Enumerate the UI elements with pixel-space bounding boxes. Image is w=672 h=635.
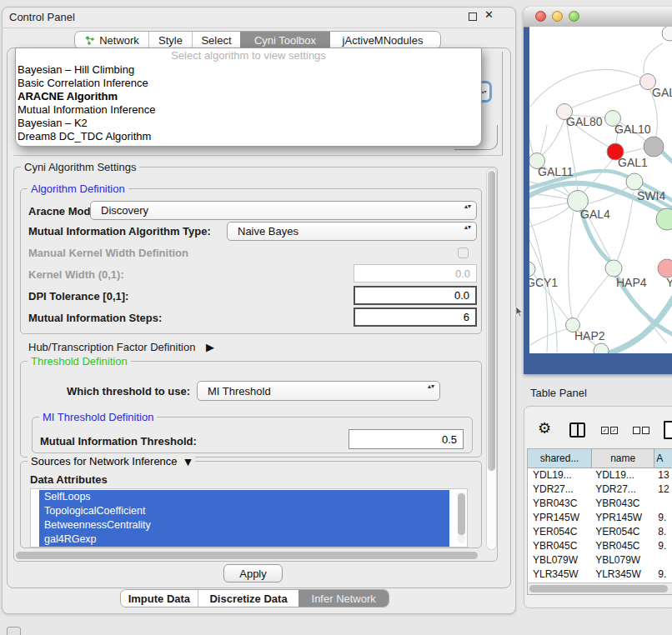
- combo-arrows-icon: ▴▾: [464, 202, 471, 210]
- node[interactable]: [626, 173, 643, 190]
- combo-arrows-icon: ▴▾: [428, 382, 434, 390]
- table-row[interactable]: YER054C YER054C 8.: [528, 525, 672, 539]
- node-label: GCY1: [529, 276, 558, 289]
- table-row[interactable]: YDL19... YDL19... 13: [528, 468, 672, 482]
- node[interactable]: [658, 259, 672, 278]
- dpi-tolerance-field[interactable]: 0.0: [354, 286, 477, 305]
- tab-select[interactable]: Select: [192, 32, 240, 48]
- table-hscrollbar-thumb[interactable]: [529, 585, 668, 592]
- bottom-tab-strip: Impute Data Discretize Data Infer Networ…: [120, 589, 389, 608]
- cyni-settings-group-title: Cyni Algorithm Settings: [21, 161, 139, 173]
- algorithm-definition-title: Algorithm Definition: [28, 182, 128, 195]
- list-item[interactable]: BetweennessCentrality: [39, 518, 449, 532]
- list-item[interactable]: SelfLoops: [39, 490, 449, 504]
- network-window-titlebar[interactable]: [524, 7, 672, 28]
- apply-button[interactable]: Apply: [223, 564, 283, 582]
- combo-arrows-icon: ▴▾: [464, 223, 471, 231]
- which-threshold-label: Which threshold to use:: [67, 385, 190, 398]
- mouse-cursor: [515, 307, 524, 318]
- network-window[interactable]: GAL GAL80 GAL10 GAL1 GAL11 SWI4 GAL4 GCY…: [524, 7, 672, 374]
- tab-cyni-toolbox[interactable]: Cyni Toolbox: [240, 32, 330, 48]
- table-body[interactable]: YDL19... YDL19... 13 YDR27... YDR27... 1…: [528, 468, 672, 584]
- unchecked-columns-icon[interactable]: [633, 427, 649, 434]
- tab-discretize-data[interactable]: Discretize Data: [198, 590, 299, 607]
- manual-kernel-label: Manual Kernel Width Definition: [28, 247, 188, 259]
- tab-jactivemnodules[interactable]: jActiveMNodules: [330, 32, 435, 48]
- tab-network[interactable]: Network: [75, 32, 148, 48]
- popup-item[interactable]: Dream8 DC_TDC Algorithm: [16, 130, 481, 143]
- clipped-corner-button[interactable]: [7, 627, 21, 635]
- table-row[interactable]: YBR043C YBR043C: [528, 497, 672, 511]
- table-header-row: shared... name A: [528, 449, 672, 468]
- mi-threshold-group-title: MI Threshold Definition: [39, 411, 157, 423]
- popup-item[interactable]: ARACNE Algorithm: [16, 90, 481, 103]
- tab-impute-data[interactable]: Impute Data: [121, 590, 198, 607]
- popup-item[interactable]: Basic Correlation Inference: [16, 77, 481, 90]
- node-label: GAL4: [580, 208, 610, 221]
- node-label: GAL11: [538, 165, 574, 178]
- split-columns-icon[interactable]: [569, 422, 585, 438]
- popup-placeholder: Select algorithm to view settings: [16, 48, 481, 63]
- column-header-name[interactable]: name: [592, 449, 654, 468]
- node[interactable]: [605, 260, 622, 277]
- manual-kernel-checkbox[interactable]: [458, 248, 469, 258]
- close-icon[interactable]: ✕: [484, 8, 494, 21]
- zoom-traffic-light[interactable]: [569, 11, 579, 22]
- mi-type-select[interactable]: Naive Bayes ▴▾: [227, 222, 477, 241]
- table-hscrollbar[interactable]: [528, 582, 672, 594]
- tab-infer-network[interactable]: Infer Network: [298, 590, 389, 607]
- tab-style[interactable]: Style: [148, 32, 192, 48]
- checked-columns-icon[interactable]: ✓ ✓: [601, 427, 618, 434]
- list-scrollbar[interactable]: [458, 492, 465, 543]
- which-threshold-select[interactable]: MI Threshold ▴▾: [197, 381, 440, 401]
- minimize-traffic-light[interactable]: [552, 11, 563, 22]
- hub-definition-toggle[interactable]: Hub/Transcription Factor Definition ▶: [28, 341, 214, 353]
- table-row[interactable]: YLR345W YLR345W 9.: [528, 568, 672, 582]
- mi-threshold-field[interactable]: 0.5: [349, 429, 464, 449]
- table-row[interactable]: YDR27... YDR27... 12: [528, 482, 672, 497]
- dpi-tolerance-label: DPI Tolerance [0,1]:: [28, 290, 128, 302]
- table-row[interactable]: YPR145W YPR145W 9.: [528, 511, 672, 525]
- node-label: HAP2: [574, 329, 605, 342]
- network-icon: [84, 35, 95, 46]
- settings-hscrollbar[interactable]: [15, 551, 481, 560]
- node-label: SWI4: [637, 189, 665, 202]
- desktop: { "colors": { "selected_tab_bg": "#8f8f8…: [0, 0, 672, 635]
- node-label: GAL1: [618, 156, 648, 169]
- aracne-mode-select[interactable]: Discovery ▴▾: [90, 201, 477, 220]
- node-label: Y: [666, 276, 672, 289]
- panel-tab-strip: Network Style Select Cyni Toolbox jActiv…: [74, 31, 441, 49]
- popup-item[interactable]: Bayesian – K2: [16, 117, 481, 130]
- column-header-clipped[interactable]: A: [654, 449, 672, 468]
- close-traffic-light[interactable]: [535, 11, 546, 22]
- settings-scrollbar[interactable]: [486, 168, 497, 550]
- list-item[interactable]: TopologicalCoefficient: [39, 504, 449, 518]
- mi-steps-field[interactable]: 6: [354, 308, 477, 327]
- table-panel-title: Table Panel: [530, 387, 587, 399]
- node-table: shared... name A YDL19... YDL19... 13 YD…: [527, 448, 672, 595]
- popup-item[interactable]: Mutual Information Inference: [16, 103, 481, 117]
- column-header-shared-name[interactable]: shared...: [528, 449, 592, 468]
- settings-scrollbar-thumb[interactable]: [488, 171, 495, 471]
- sources-group-title[interactable]: Sources for Network Inference ▼: [28, 455, 195, 468]
- table-row[interactable]: YBR045C YBR045C 9.: [528, 539, 672, 553]
- threshold-definition-title: Threshold Definition: [28, 355, 131, 368]
- settings-hscrollbar-thumb[interactable]: [16, 552, 478, 559]
- document-icon[interactable]: [664, 421, 672, 439]
- collapse-down-icon: ▼: [184, 457, 191, 468]
- table-row[interactable]: YBL079W YBL079W: [528, 553, 672, 568]
- network-canvas[interactable]: GAL GAL80 GAL10 GAL1 GAL11 SWI4 GAL4 GCY…: [529, 27, 672, 353]
- list-item[interactable]: gal4RGexp: [39, 532, 449, 547]
- kernel-width-label: Kernel Width (0,1):: [28, 268, 124, 281]
- gear-icon[interactable]: ⚙: [538, 419, 551, 437]
- expand-right-icon: ▶: [206, 341, 214, 353]
- node[interactable]: [662, 27, 672, 41]
- data-attributes-list[interactable]: SelfLoops TopologicalCoefficient Between…: [30, 488, 468, 548]
- float-icon[interactable]: [469, 12, 477, 21]
- node[interactable]: [644, 137, 664, 157]
- list-scrollbar-thumb[interactable]: [458, 493, 465, 535]
- popup-item[interactable]: Bayesian – Hill Climbing: [16, 63, 481, 77]
- node[interactable]: [529, 262, 535, 277]
- algorithm-popup: Select algorithm to view settings Bayesi…: [15, 48, 482, 147]
- control-panel-titlebar[interactable]: Control Panel ✕: [2, 7, 516, 28]
